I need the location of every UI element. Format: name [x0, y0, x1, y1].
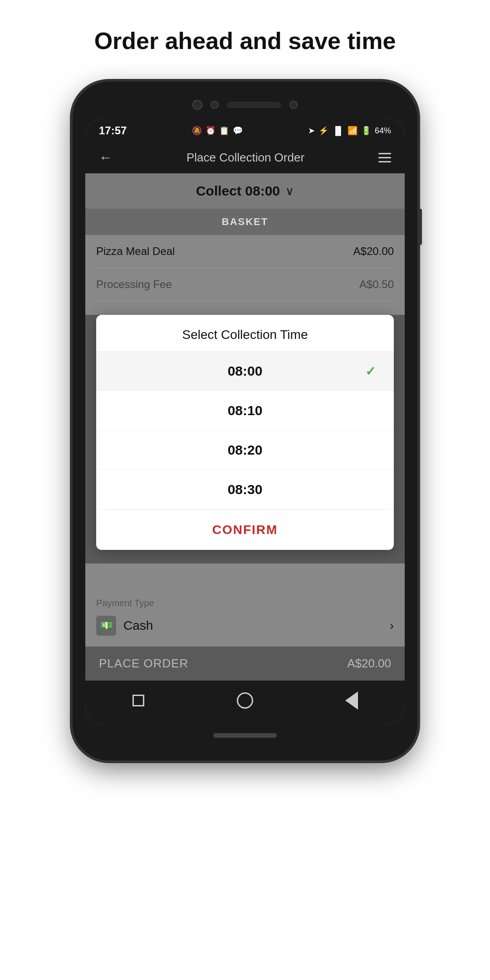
basket-item-fee: Processing Fee A$0.50 [96, 268, 394, 301]
whatsapp-icon: 💬 [233, 126, 243, 136]
payment-row[interactable]: 💵 Cash › [96, 612, 394, 639]
sim-icon: 📋 [219, 126, 229, 136]
back-button[interactable]: ← [99, 150, 113, 165]
basket-header: BASKET [85, 209, 405, 235]
location-icon: ➤ [308, 126, 315, 136]
basket-item-name-pizza: Pizza Meal Deal [96, 245, 175, 258]
payment-left: 💵 Cash [96, 616, 153, 636]
dialog-title: Select Collection Time [96, 315, 394, 352]
place-order-price: A$20.00 [347, 657, 391, 671]
basket-item-price-pizza: A$20.00 [353, 245, 394, 258]
time-check-icon: ✓ [365, 364, 376, 379]
time-option-0820-label: 08:20 [228, 442, 263, 458]
collect-time-bar[interactable]: Collect 08:00 ∨ [85, 173, 405, 209]
collect-time-label: Collect 08:00 [196, 183, 280, 199]
nav-home-button[interactable] [235, 691, 255, 710]
chevron-right-icon: › [390, 619, 394, 633]
payment-type-label: Payment Type [96, 591, 394, 612]
status-time: 17:57 [99, 124, 127, 137]
payment-method-label: Cash [123, 618, 153, 633]
page-title: Order ahead and save time [67, 27, 423, 54]
time-options-list: 08:00 ✓ 08:10 08:20 08:30 [96, 352, 394, 510]
mute-icon: 🔕 [192, 126, 202, 136]
below-modal-area [85, 564, 405, 591]
circle-icon [237, 692, 253, 709]
phone-top-hardware [85, 100, 405, 110]
time-option-0830-label: 08:30 [228, 482, 263, 497]
status-bar: 17:57 🔕 ⏰ 📋 💬 ➤ ⚡ ▐▌ 📶 🔋 64% [85, 118, 405, 142]
time-option-0800[interactable]: 08:00 ✓ [96, 352, 394, 391]
time-selection-dialog: Select Collection Time 08:00 ✓ 08:10 08:… [96, 315, 394, 550]
nav-back-button[interactable] [342, 691, 362, 710]
bluetooth-icon: ⚡ [318, 126, 328, 136]
nav-title: Place Collection Order [186, 151, 304, 165]
cash-icon: 💵 [96, 616, 116, 636]
triangle-icon [345, 691, 358, 710]
status-right-icons: ➤ ⚡ ▐▌ 📶 🔋 64% [308, 126, 391, 136]
time-option-0830[interactable]: 08:30 [96, 470, 394, 510]
phone-bottom-hardware [85, 733, 405, 738]
battery-icon: 🔋 [361, 126, 371, 136]
basket-item-pizza: Pizza Meal Deal A$20.00 [96, 235, 394, 268]
wifi-icon: 📶 [348, 126, 358, 136]
menu-button[interactable] [378, 153, 391, 162]
basket-area: Pizza Meal Deal A$20.00 Processing Fee A… [85, 235, 405, 301]
square-icon [132, 695, 144, 706]
nav-square-button[interactable] [128, 691, 148, 710]
payment-section: Payment Type 💵 Cash › [85, 591, 405, 647]
place-order-bar[interactable]: PLACE ORDER A$20.00 [85, 647, 405, 681]
confirm-button[interactable]: CONFIRM [96, 510, 394, 550]
camera-center-icon [211, 101, 219, 109]
battery-percent: 64% [375, 126, 391, 136]
basket-item-price-fee: A$0.50 [359, 278, 394, 291]
camera-left-icon [192, 100, 202, 110]
chevron-down-icon: ∨ [285, 184, 294, 198]
phone-device: 17:57 🔕 ⏰ 📋 💬 ➤ ⚡ ▐▌ 📶 🔋 64% ← Place Col… [73, 82, 417, 760]
time-option-0800-label: 08:00 [228, 363, 263, 379]
basket-item-name-fee: Processing Fee [96, 278, 172, 291]
modal-overlay: Select Collection Time 08:00 ✓ 08:10 08:… [85, 315, 405, 591]
top-nav: ← Place Collection Order [85, 142, 405, 173]
camera-right-icon [289, 101, 298, 109]
place-order-label: PLACE ORDER [99, 657, 188, 671]
time-option-0820[interactable]: 08:20 [96, 431, 394, 470]
phone-screen: 17:57 🔕 ⏰ 📋 💬 ➤ ⚡ ▐▌ 📶 🔋 64% ← Place Col… [85, 118, 405, 724]
time-option-0810[interactable]: 08:10 [96, 391, 394, 431]
status-icons: 🔕 ⏰ 📋 💬 [192, 126, 243, 136]
signal-icon: ▐▌ [332, 126, 344, 136]
alarm-icon: ⏰ [206, 126, 216, 136]
time-option-0810-label: 08:10 [228, 403, 263, 418]
speaker-bar [227, 102, 281, 108]
bottom-nav-bar [85, 681, 405, 724]
bottom-pill [213, 733, 277, 738]
